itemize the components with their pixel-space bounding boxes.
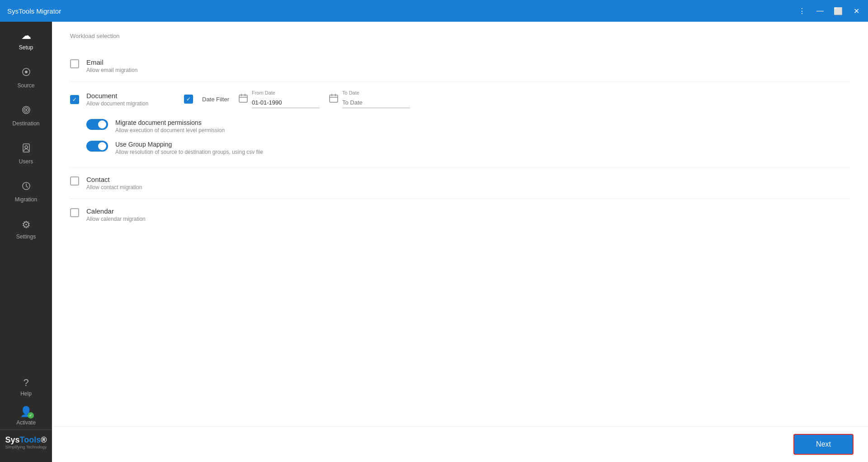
main-layout: ☁ Setup Source Destination (0, 22, 868, 462)
sidebar-item-activate-label: Activate (16, 419, 36, 426)
activate-badge: 👤 ✓ (20, 406, 32, 418)
settings-icon: ⚙ (22, 219, 31, 231)
content-body: Workload selection Email Allow email mig… (52, 22, 868, 426)
from-date-label: From Date (252, 90, 320, 95)
cloud-icon: ☁ (21, 30, 31, 42)
to-date-input[interactable] (342, 97, 410, 108)
group-mapping-toggle[interactable] (86, 141, 108, 152)
calendar-name: Calendar (86, 207, 177, 215)
svg-rect-8 (239, 95, 247, 102)
from-date-wrapper: From Date (252, 90, 320, 108)
titlebar: SysTools Migrator ⋮ — ⬜ ✕ (0, 0, 868, 22)
sidebar-item-help[interactable]: ? Help (0, 372, 52, 402)
sidebar-item-source[interactable]: Source (0, 59, 52, 97)
sub-option-group-mapping: Use Group Mapping Allow resolution of so… (86, 141, 866, 155)
content-area: Workload selection Email Allow email mig… (52, 22, 868, 462)
from-date-calendar-icon[interactable] (238, 93, 248, 105)
sidebar-item-setup[interactable]: ☁ Setup (0, 22, 52, 59)
sidebar-item-help-label: Help (20, 391, 32, 397)
contact-checkbox[interactable] (70, 176, 79, 186)
email-desc: Allow email migration (86, 67, 177, 73)
workload-email: Email Allow email migration (70, 50, 850, 82)
sidebar-item-users-label: Users (19, 158, 33, 165)
sidebar-brand: SysTools® Simplifying Technology (0, 429, 52, 455)
sidebar-item-destination-label: Destination (12, 120, 39, 127)
doc-permissions-desc: Allow execution of document level permis… (115, 127, 225, 133)
minimize-button[interactable]: — (816, 6, 825, 15)
workload-document-main: ✓ Document Allow document migration ✓ Da… (70, 82, 850, 112)
window-controls: ⋮ — ⬜ ✕ (797, 6, 861, 15)
sidebar-bottom: ? Help 👤 ✓ Activate SysTools® Simplifyin… (0, 372, 52, 462)
sidebar-item-settings-label: Settings (16, 233, 36, 240)
sidebar-item-destination[interactable]: Destination (0, 97, 52, 135)
group-mapping-info: Use Group Mapping Allow resolution of so… (115, 141, 263, 155)
document-name: Document (86, 92, 177, 100)
calendar-info: Calendar Allow calendar migration (86, 207, 177, 222)
group-mapping-name: Use Group Mapping (115, 141, 263, 148)
doc-permissions-info: Migrate document permissions Allow execu… (115, 119, 225, 133)
help-icon: ? (23, 377, 28, 389)
more-button[interactable]: ⋮ (797, 6, 807, 15)
date-filter-label: Date Filter (202, 96, 229, 103)
calendar-checkbox[interactable] (70, 208, 79, 217)
to-date-wrapper: To Date (342, 90, 410, 108)
svg-point-4 (25, 109, 27, 111)
sidebar-item-migration-label: Migration (15, 196, 37, 203)
brand-tagline: Simplifying Technology (5, 445, 47, 449)
sidebar-item-source-label: Source (17, 82, 34, 89)
toggle-thumb-2 (98, 142, 106, 150)
contact-desc: Allow contact migration (86, 184, 177, 191)
from-date-input[interactable] (252, 97, 320, 108)
svg-point-6 (25, 146, 28, 148)
destination-icon (21, 105, 31, 118)
document-checkbox[interactable]: ✓ (70, 95, 79, 104)
workload-document-section: ✓ Document Allow document migration ✓ Da… (70, 82, 850, 167)
brand-logo: SysTools® (5, 435, 47, 445)
email-name: Email (86, 58, 177, 66)
to-date-label: To Date (342, 90, 410, 95)
sidebar-item-activate[interactable]: 👤 ✓ Activate (0, 402, 52, 429)
group-mapping-desc: Allow resolution of source to destinatio… (115, 149, 263, 155)
app-title: SysTools Migrator (7, 7, 797, 15)
sub-option-doc-permissions: Migrate document permissions Allow execu… (86, 119, 866, 133)
sidebar-item-settings[interactable]: ⚙ Settings (0, 211, 52, 248)
users-icon (21, 143, 31, 156)
email-checkbox[interactable] (70, 59, 79, 68)
contact-info: Contact Allow contact migration (86, 176, 177, 191)
email-info: Email Allow email migration (86, 58, 177, 73)
doc-permissions-toggle[interactable] (86, 119, 108, 130)
maximize-button[interactable]: ⬜ (834, 6, 843, 15)
close-button[interactable]: ✕ (852, 6, 861, 15)
contact-name: Contact (86, 176, 177, 183)
date-filter-checkbox[interactable]: ✓ (184, 95, 193, 104)
workload-calendar: Calendar Allow calendar migration (70, 199, 850, 230)
toggle-thumb (98, 120, 106, 129)
svg-rect-12 (330, 95, 338, 102)
calendar-desc: Allow calendar migration (86, 216, 177, 222)
activate-check-icon: ✓ (28, 412, 34, 419)
sidebar-item-migration[interactable]: Migration (0, 173, 52, 211)
document-info: Document Allow document migration (86, 92, 177, 107)
content-footer: Next (52, 426, 868, 462)
to-date-calendar-icon[interactable] (329, 93, 339, 105)
workload-contact: Contact Allow contact migration (70, 167, 850, 199)
document-options: ✓ Date Filter (184, 90, 850, 108)
sidebar-item-users[interactable]: Users (0, 135, 52, 173)
migration-icon (21, 181, 31, 194)
from-date-field: From Date (238, 90, 320, 108)
sidebar: ☁ Setup Source Destination (0, 22, 52, 462)
document-desc: Allow document migration (86, 100, 177, 107)
document-sub-options: Migrate document permissions Allow execu… (70, 112, 850, 167)
next-button[interactable]: Next (793, 434, 854, 455)
source-icon (21, 67, 31, 80)
sidebar-item-setup-label: Setup (19, 44, 33, 51)
doc-permissions-name: Migrate document permissions (115, 119, 225, 126)
section-label: Workload selection (70, 33, 850, 39)
to-date-field: To Date (329, 90, 410, 108)
sub-options-list: Migrate document permissions Allow execu… (86, 115, 866, 159)
svg-point-1 (25, 71, 28, 73)
